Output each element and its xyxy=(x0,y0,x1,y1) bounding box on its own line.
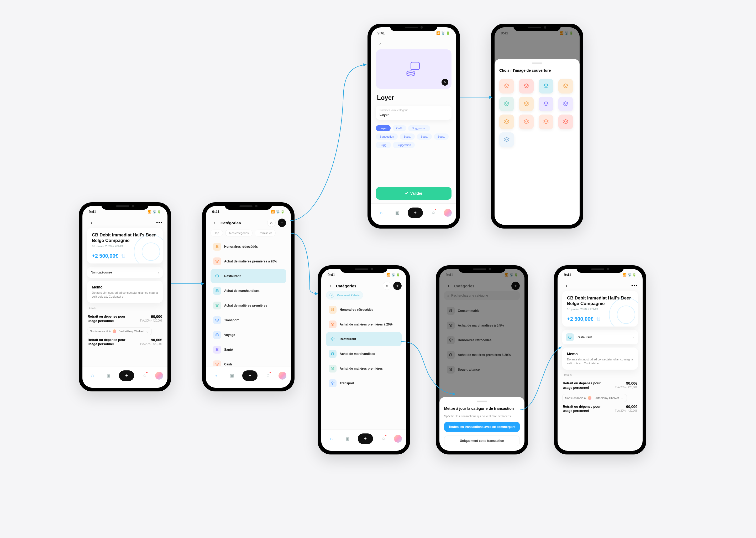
back-button[interactable]: ‹ xyxy=(562,282,571,290)
apply-all-button[interactable]: Toutes les transactions avec ce commerça… xyxy=(444,422,520,432)
category-item[interactable]: Achat de matières premières xyxy=(211,298,286,313)
memo-card[interactable]: Memo Do aute sint nostrud ad consectetur… xyxy=(87,281,163,303)
tab-my[interactable]: Mes catégories xyxy=(225,230,253,237)
cover-tile[interactable] xyxy=(499,97,514,111)
edit-cover-icon[interactable]: ✎ xyxy=(442,79,449,86)
cover-tile[interactable] xyxy=(558,97,573,111)
category-item[interactable]: Honoraires rétrocédés xyxy=(211,240,286,254)
category-item[interactable]: Achat de matières premières à 20% xyxy=(326,317,402,332)
back-button[interactable]: ‹ xyxy=(326,282,334,290)
tab-avatar[interactable] xyxy=(444,209,452,217)
tab-plus-button[interactable]: ＋ xyxy=(408,207,423,218)
category-item[interactable]: Voyage xyxy=(211,328,286,342)
validate-button[interactable]: ✔ Valider xyxy=(376,187,451,200)
tab-safe-icon[interactable]: ▣ xyxy=(103,370,114,381)
suggestion-chip[interactable]: Suggestion xyxy=(393,142,415,148)
more-button[interactable]: ••• xyxy=(631,283,638,289)
more-button[interactable]: ••• xyxy=(156,220,163,226)
clear-filter-icon[interactable]: ✕ xyxy=(329,293,334,297)
cover-tile[interactable] xyxy=(539,97,553,111)
tab-home-icon[interactable]: ⌂ xyxy=(326,433,337,444)
tab-home-icon[interactable]: ⌂ xyxy=(87,370,98,381)
tab-top[interactable]: Top xyxy=(211,230,223,237)
cover-tile[interactable] xyxy=(519,79,534,93)
cover-tile[interactable] xyxy=(539,115,553,129)
category-label: Achat de matières premières xyxy=(340,367,383,370)
sheet-description: Spécifier les transactions qui doivent ê… xyxy=(444,414,520,418)
cover-tile[interactable] xyxy=(519,115,534,129)
tab-plus-button[interactable]: ＋ xyxy=(242,370,258,381)
category-item[interactable]: Achat de marchandises xyxy=(211,284,286,298)
cover-tile[interactable] xyxy=(499,133,514,147)
category-item[interactable]: Honoraires rétrocédés xyxy=(326,303,402,317)
cover-tile[interactable] xyxy=(539,79,553,93)
tab-avatar[interactable] xyxy=(155,372,163,380)
category-label: Honoraires rétrocédés xyxy=(224,245,258,248)
suggestion-chip[interactable]: Suggestion xyxy=(408,125,430,131)
category-item[interactable]: Achat de marchandises xyxy=(326,347,402,361)
add-category-button[interactable]: ＋ xyxy=(393,282,402,290)
check-icon: ✔ xyxy=(405,191,408,195)
category-item[interactable]: Restaurant xyxy=(211,269,286,283)
detail-row: Retrait ou dépense pour usage personnel … xyxy=(562,379,638,393)
back-button[interactable]: ‹ xyxy=(376,40,384,48)
category-item[interactable]: Santé xyxy=(211,343,286,357)
category-icon xyxy=(329,379,337,387)
filter-chip[interactable]: ✕ Remise et Rabais xyxy=(326,291,363,299)
tab-safe-icon[interactable]: ▣ xyxy=(342,433,353,444)
category-item[interactable]: Transport xyxy=(326,376,402,390)
cover-tile[interactable] xyxy=(499,79,514,93)
tab-notifications-icon[interactable]: ♤ xyxy=(262,370,273,381)
category-icon xyxy=(329,320,337,328)
tab-plus-button[interactable]: ＋ xyxy=(358,433,373,444)
tab-notifications-icon[interactable]: ♤ xyxy=(139,370,150,381)
add-category-button[interactable]: ＋ xyxy=(278,219,286,227)
search-icon[interactable]: ⌕ xyxy=(383,282,391,290)
tab-home-icon[interactable]: ⌂ xyxy=(376,207,387,218)
cover-tile[interactable] xyxy=(499,115,514,129)
suggestion-chip[interactable]: Sugg. xyxy=(400,134,415,140)
suggestion-chip[interactable]: Suggestion xyxy=(376,134,398,140)
category-item[interactable]: Achat de matières premières xyxy=(326,361,402,376)
cover-tile[interactable] xyxy=(558,115,573,129)
category-icon xyxy=(213,331,221,339)
category-icon xyxy=(213,243,221,250)
tab-avatar[interactable] xyxy=(394,435,402,443)
category-item[interactable]: Achat de matières premières à 20% xyxy=(211,254,286,268)
category-item[interactable]: Cash xyxy=(211,357,286,366)
category-row-restaurant[interactable]: Restaurant › xyxy=(562,330,638,345)
tab-safe-icon[interactable]: ▣ xyxy=(226,370,237,381)
back-button[interactable]: ‹ xyxy=(211,219,219,227)
cover-tile[interactable] xyxy=(519,97,534,111)
category-icon xyxy=(213,346,221,353)
tab-rebate[interactable]: Remise et xyxy=(255,230,276,237)
memo-card[interactable]: Memo Do aute sint nostrud ad consectetur… xyxy=(562,348,638,370)
category-label: Achat de matières premières xyxy=(224,304,267,307)
tab-home-icon[interactable]: ⌂ xyxy=(210,370,221,381)
svg-rect-0 xyxy=(411,62,419,70)
apply-one-button[interactable]: Uniquement cette transaction xyxy=(444,436,520,446)
category-icon xyxy=(213,287,221,295)
sheet-title: Mettre à jour la catégorie de transactio… xyxy=(444,406,520,410)
category-item[interactable]: Transport xyxy=(211,313,286,327)
suggestion-chip[interactable]: Sugg. xyxy=(417,134,432,140)
category-icon xyxy=(329,306,337,314)
tab-plus-button[interactable]: ＋ xyxy=(119,370,134,381)
cover-image[interactable]: ✎ xyxy=(376,49,451,89)
name-input[interactable]: Nommez votre catégorie Loyer xyxy=(376,106,451,120)
cover-tile[interactable] xyxy=(558,79,573,93)
tab-notifications-icon[interactable]: ♤ xyxy=(378,433,389,444)
tab-avatar[interactable] xyxy=(278,372,286,380)
suggestion-chip[interactable]: Sugg. xyxy=(376,142,391,148)
tab-notifications-icon[interactable]: ♤ xyxy=(428,207,439,218)
search-icon[interactable]: ⌕ xyxy=(267,219,276,227)
suggestion-chip[interactable]: Sugg. xyxy=(434,134,449,140)
category-row-uncategorized[interactable]: Non catégorisé› xyxy=(87,267,163,278)
tab-safe-icon[interactable]: ▣ xyxy=(392,207,403,218)
suggestion-chip[interactable]: Loyer xyxy=(376,125,391,131)
suggestion-chip[interactable]: Café xyxy=(393,125,406,131)
back-button[interactable]: ‹ xyxy=(87,219,96,227)
associate-selector[interactable]: Sortie associé àBarthélémy Chalvet⌄ xyxy=(562,394,627,402)
associate-selector[interactable]: Sortie associé àBarthélémy Chalvet⌄ xyxy=(87,327,152,335)
category-item[interactable]: Restaurant xyxy=(326,332,402,346)
